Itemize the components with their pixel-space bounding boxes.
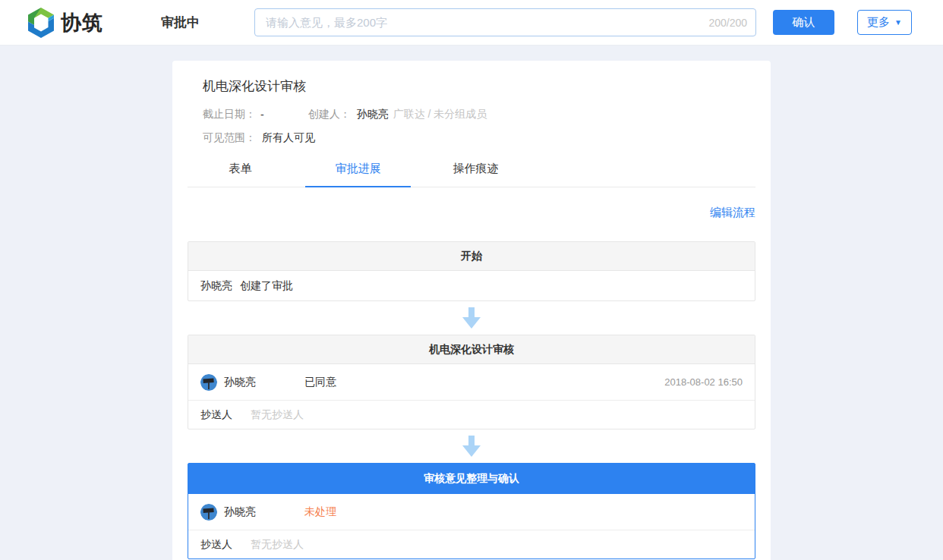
creator-org: 广联达 / 未分组成员 <box>393 108 487 121</box>
flow-step-confirm-title: 审核意见整理与确认 <box>188 464 755 494</box>
flow-step-start: 开始 孙晓亮 创建了审批 <box>188 241 755 301</box>
approval-status-title: 审批中 <box>161 14 200 31</box>
app-logo: 协筑 <box>27 7 103 39</box>
creator-name: 孙晓亮 <box>357 108 389 121</box>
confirm-button[interactable]: 确认 <box>773 10 834 35</box>
cc-value: 暂无抄送人 <box>251 408 304 422</box>
down-arrow-icon <box>462 307 481 329</box>
logo-hexagon-icon <box>27 7 55 39</box>
meta-row-deadline-creator: 截止日期： - 创建人： 孙晓亮 广联达 / 未分组成员 <box>203 108 740 121</box>
approver-name: 孙晓亮 <box>224 505 304 519</box>
deadline-label: 截止日期： <box>203 108 256 121</box>
flow-step-review-title: 机电深化设计审核 <box>188 335 755 364</box>
approver-status-pending: 未处理 <box>304 505 336 519</box>
approval-title: 机电深化设计审核 <box>203 77 740 95</box>
approver-status: 已同意 <box>304 376 336 389</box>
more-button-label: 更多 <box>867 15 890 30</box>
approver-name: 孙晓亮 <box>224 376 304 389</box>
start-creator-action: 创建了审批 <box>240 279 293 293</box>
flow-step-review-cc-row: 抄送人 暂无抄送人 <box>188 400 755 429</box>
cc-value: 暂无抄送人 <box>251 538 304 552</box>
approval-timestamp: 2018-08-02 16:50 <box>664 376 743 388</box>
logo-text: 协筑 <box>61 9 103 36</box>
flow-step-confirm: 审核意见整理与确认 孙晓亮 未处理 抄送人 暂无抄送人 <box>188 463 755 559</box>
down-arrow-icon <box>462 436 481 457</box>
chevron-down-icon: ▼ <box>894 19 902 27</box>
start-creator-name: 孙晓亮 <box>200 279 232 293</box>
approval-detail-card: 机电深化设计审核 截止日期： - 创建人： 孙晓亮 广联达 / 未分组成员 可见… <box>172 61 771 560</box>
flow-step-review-approver-row: 孙晓亮 已同意 2018-08-02 16:50 <box>188 364 755 400</box>
visibility-value: 所有人可见 <box>262 131 315 145</box>
comment-input-wrap: 200/200 <box>254 8 756 36</box>
flow-arrow-1 <box>188 301 755 335</box>
creator-label: 创建人： <box>308 108 351 121</box>
more-button[interactable]: 更多 ▼ <box>857 10 912 35</box>
flow-step-confirm-cc-row: 抄送人 暂无抄送人 <box>188 530 755 558</box>
flow-step-start-title: 开始 <box>188 242 755 271</box>
flow-step-start-row: 孙晓亮 创建了审批 <box>188 271 755 300</box>
approval-info-section: 机电深化设计审核 截止日期： - 创建人： 孙晓亮 广联达 / 未分组成员 可见… <box>188 61 755 145</box>
edit-flow-row: 编辑流程 <box>188 187 755 241</box>
edit-flow-link[interactable]: 编辑流程 <box>710 206 755 219</box>
detail-tabs: 表单 审批进展 操作痕迹 <box>188 155 755 187</box>
meta-row-visibility: 可见范围： 所有人可见 <box>203 131 740 145</box>
flow-arrow-2 <box>188 429 755 463</box>
cc-label: 抄送人 <box>200 538 232 552</box>
comment-input[interactable] <box>254 8 756 36</box>
avatar <box>200 504 217 521</box>
deadline-value: - <box>260 109 264 121</box>
avatar <box>200 374 217 391</box>
tab-operation-trace[interactable]: 操作痕迹 <box>423 155 528 187</box>
tab-form[interactable]: 表单 <box>188 155 293 187</box>
tab-approval-progress[interactable]: 审批进展 <box>305 155 411 187</box>
visibility-label: 可见范围： <box>203 131 256 145</box>
cc-label: 抄送人 <box>200 408 232 422</box>
flow-step-review: 机电深化设计审核 孙晓亮 已同意 2018-08-02 16:50 抄送人 暂无… <box>188 335 755 429</box>
flow-step-confirm-approver-row: 孙晓亮 未处理 <box>188 494 755 530</box>
top-bar: 协筑 审批中 200/200 确认 更多 ▼ <box>0 0 943 46</box>
